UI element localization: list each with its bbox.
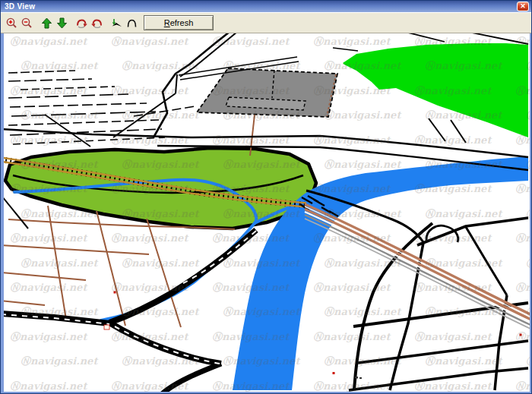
rotate-cw-button[interactable] (74, 14, 89, 31)
zoom-in-icon (5, 17, 18, 30)
close-button[interactable]: ✕ (517, 2, 529, 11)
arc-view-button[interactable] (124, 14, 139, 31)
arc-view-icon (125, 17, 138, 30)
close-icon: ✕ (520, 2, 526, 10)
refresh-label-accel: R (164, 18, 170, 27)
rotate-ccw-button[interactable] (89, 14, 104, 31)
3d-view-window: 3D View ✕ (0, 0, 532, 394)
map-viewport[interactable]: Ⓝnavigasi.netⓃnavigasi.netⓃnavigasi.netⓃ… (4, 33, 530, 392)
move-down-icon (55, 17, 68, 30)
refresh-label: efresh (170, 18, 194, 27)
title-bar: 3D View ✕ (1, 1, 531, 12)
zoom-in-button[interactable] (4, 14, 19, 31)
zoom-out-icon (21, 17, 33, 30)
tilt-view-icon (110, 17, 123, 30)
tilt-view-button[interactable] (109, 14, 124, 31)
rotate-cw-icon (75, 17, 88, 30)
rotate-ccw-icon (90, 17, 103, 30)
move-down-button[interactable] (54, 14, 69, 31)
zoom-out-button[interactable] (19, 14, 34, 31)
move-up-icon (40, 17, 53, 30)
move-up-button[interactable] (39, 14, 54, 31)
road-shield-marker (104, 325, 109, 329)
window-title: 3D View (5, 2, 35, 11)
map-canvas[interactable] (4, 33, 530, 392)
toolbar: Refresh (1, 12, 531, 33)
refresh-button[interactable]: Refresh (144, 15, 214, 30)
